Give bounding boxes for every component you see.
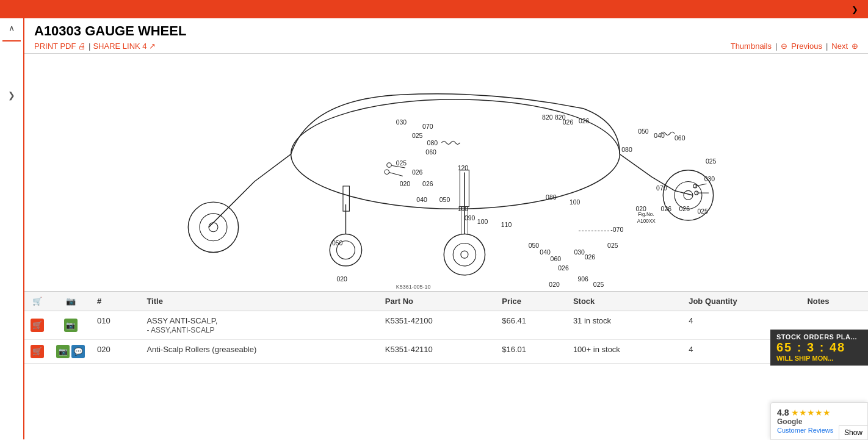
share-link-label: SHARE LINK <box>93 41 140 51</box>
svg-text:080: 080 <box>621 146 632 153</box>
rating-stars: ★★★★★ <box>791 408 831 417</box>
add-to-cart-button[interactable]: 🛒 <box>31 319 44 332</box>
svg-text:070: 070 <box>656 185 667 192</box>
rating-row: 4.8 ★★★★★ <box>777 408 861 417</box>
col-job-qty: Job Quantity <box>682 292 801 311</box>
parts-diagram: 030 070 025 080 060 025 026 020 026 040 … <box>24 54 868 291</box>
svg-text:026: 026 <box>563 119 574 126</box>
svg-text:080: 080 <box>427 140 438 146</box>
svg-text:100: 100 <box>477 218 488 225</box>
share-link[interactable]: SHARE LINK 4 ↗ <box>93 41 156 51</box>
header-actions: PRINT PDF 🖨 | SHARE LINK 4 ↗ Thumbnails … <box>34 41 858 51</box>
svg-text:060: 060 <box>675 135 685 142</box>
svg-text:026: 026 <box>558 265 569 272</box>
svg-text:100: 100 <box>570 199 580 206</box>
svg-text:K5361-005-10: K5361-005-10 <box>396 284 431 290</box>
svg-text:030: 030 <box>704 176 715 182</box>
customer-reviews-link[interactable]: Customer Reviews <box>777 427 833 434</box>
svg-point-2 <box>200 214 227 241</box>
svg-text:025: 025 <box>412 132 423 139</box>
google-label: Google <box>777 417 861 426</box>
svg-text:Fig.No.: Fig.No. <box>638 212 654 217</box>
show-reviews-button[interactable]: Show <box>839 425 868 439</box>
svg-point-9 <box>461 251 468 258</box>
comment-icon[interactable]: 💬 <box>71 345 85 358</box>
ship-day: MON... <box>812 355 833 362</box>
svg-text:050: 050 <box>638 128 649 135</box>
sidebar-collapse-button[interactable]: ∧ <box>9 23 15 33</box>
svg-text:070: 070 <box>422 123 433 130</box>
page-header: A10303 GAUGE WHEEL PRINT PDF 🖨 | SHARE L… <box>24 18 868 54</box>
top-bar: ❯ <box>0 0 868 18</box>
diagram-area: 030 070 025 080 060 025 026 020 026 040 … <box>24 54 868 292</box>
part-no-cell: K5351-42110 <box>379 340 496 364</box>
previous-link[interactable]: Previous <box>791 41 822 51</box>
rating-number: 4.8 <box>777 408 789 417</box>
col-photo: 📷 <box>50 292 91 311</box>
part-number-cell: 010 <box>91 311 140 340</box>
will-ship-label: WILL SHIP <box>776 355 810 362</box>
svg-text:040: 040 <box>416 197 427 203</box>
stock-orders-ship: WILL SHIP MON... <box>776 355 862 362</box>
table-header: 🛒 📷 # Title Part No Price Stock Job Quan… <box>24 292 868 311</box>
svg-text:026: 026 <box>679 206 690 212</box>
cart-cell: 🛒 <box>24 340 50 364</box>
svg-text:050: 050 <box>439 197 450 203</box>
stock-cell: 31 in stock <box>567 311 682 340</box>
page-title: A10303 GAUGE WHEEL <box>34 23 858 39</box>
stock-orders-title: STOCK ORDERS PLA... <box>776 333 862 341</box>
header-actions-right: Thumbnails | ⊖ Previous | Next ⊕ <box>731 41 858 51</box>
svg-text:020: 020 <box>400 181 411 187</box>
stock-orders-panel: STOCK ORDERS PLA... 65 : 3 : 48 WILL SHI… <box>770 330 868 366</box>
svg-text:A100XX: A100XX <box>637 218 656 224</box>
svg-text:025: 025 <box>697 208 708 215</box>
svg-point-7 <box>444 234 485 275</box>
svg-text:025: 025 <box>607 242 618 249</box>
sidebar-expand-button[interactable]: ❯ <box>8 90 15 100</box>
svg-text:050: 050 <box>332 240 343 247</box>
parts-table-wrapper: 🛒 📷 # Title Part No Price Stock Job Quan… <box>24 292 868 364</box>
svg-text:-070: -070 <box>610 226 623 233</box>
photo-cell: 📷💬 <box>50 340 91 364</box>
next-link[interactable]: Next <box>831 41 848 51</box>
separator-1: | <box>89 41 90 51</box>
svg-point-8 <box>453 243 476 265</box>
parts-table-body: 🛒📷010ASSY ANTI-SCALP,- ASSY,ANTI-SCALPK5… <box>24 311 868 364</box>
separator-2: | <box>775 41 777 51</box>
print-pdf-label: PRINT PDF <box>34 41 76 51</box>
svg-text:025: 025 <box>396 160 407 167</box>
svg-text:020: 020 <box>549 281 560 288</box>
svg-line-67 <box>389 173 402 176</box>
svg-text:020: 020 <box>336 276 347 283</box>
cart-cell: 🛒 <box>24 311 50 340</box>
sidebar: ∧ ❯ <box>0 18 24 439</box>
svg-point-66 <box>387 163 391 167</box>
col-cart: 🛒 <box>24 292 50 311</box>
part-title-cell: ASSY ANTI-SCALP,- ASSY,ANTI-SCALP <box>140 311 378 340</box>
part-title-cell: Anti-Scalp Rollers (greaseable) <box>140 340 378 364</box>
col-stock: Stock <box>567 292 682 311</box>
svg-text:906: 906 <box>577 276 588 283</box>
svg-text:030: 030 <box>574 249 585 256</box>
add-to-cart-button[interactable]: 🛒 <box>31 345 44 358</box>
part-no-cell: K5351-42100 <box>379 311 496 340</box>
print-pdf-link[interactable]: PRINT PDF 🖨 <box>34 41 86 51</box>
svg-point-68 <box>385 170 389 174</box>
top-bar-chevron-icon: ❯ <box>852 5 858 14</box>
svg-text:060: 060 <box>551 256 562 262</box>
col-price: Price <box>496 292 567 311</box>
table-row: 🛒📷010ASSY ANTI-SCALP,- ASSY,ANTI-SCALPK5… <box>24 311 868 340</box>
share-icon: ↗ <box>149 41 156 51</box>
stock-orders-timer: 65 : 3 : 48 <box>776 341 862 355</box>
table-row: 🛒📷💬020Anti-Scalp Rollers (greaseable)K53… <box>24 340 868 364</box>
photo-icon[interactable]: 📷 <box>56 345 70 358</box>
svg-text:060: 060 <box>425 149 436 156</box>
thumbnails-link[interactable]: Thumbnails <box>731 41 772 51</box>
parts-table: 🛒 📷 # Title Part No Price Stock Job Quan… <box>24 292 868 364</box>
svg-text:040: 040 <box>654 132 665 139</box>
part-number-cell: 020 <box>91 340 140 364</box>
svg-text:090: 090 <box>465 215 476 222</box>
svg-text:030: 030 <box>396 119 407 126</box>
svg-text:040: 040 <box>540 249 551 256</box>
photo-icon[interactable]: 📷 <box>64 319 78 332</box>
